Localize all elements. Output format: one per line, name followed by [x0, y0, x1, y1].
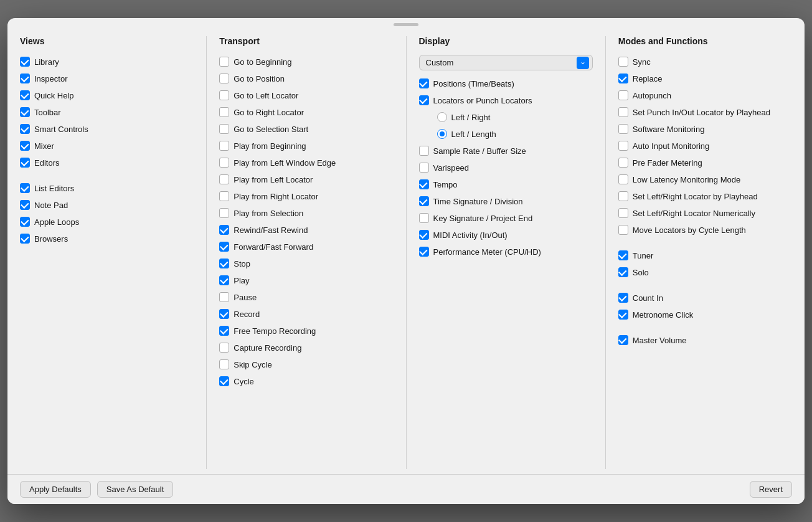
- checkbox-software-monitoring[interactable]: [618, 124, 628, 134]
- radio-left-length[interactable]: [437, 129, 447, 139]
- apply-defaults-button[interactable]: Apply Defaults: [20, 481, 91, 498]
- checkbox-skip-cycle[interactable]: [219, 359, 229, 369]
- checkbox-go-to-selection-start[interactable]: [219, 124, 229, 134]
- label-midi-activity: MIDI Activity (In/Out): [433, 230, 507, 240]
- checkbox-set-leftright-numerically[interactable]: [618, 208, 628, 218]
- label-pause: Pause: [234, 293, 257, 302]
- column-header-views: Views: [20, 36, 194, 46]
- label-left-length: Left / Length: [451, 130, 496, 139]
- checkbox-mixer[interactable]: [20, 141, 30, 151]
- checkbox-set-leftright-playhead[interactable]: [618, 191, 628, 201]
- checkbox-autopunch[interactable]: [618, 90, 628, 100]
- item-pre-fader-metering: Pre Fader Metering: [618, 156, 792, 169]
- checkbox-list-editors[interactable]: [20, 183, 30, 193]
- label-play: Play: [234, 276, 249, 285]
- label-set-leftright-numerically: Set Left/Right Locator Numerically: [633, 209, 755, 218]
- label-inspector: Inspector: [34, 74, 67, 83]
- checkbox-metronome-click[interactable]: [618, 310, 628, 320]
- column-header-transport: Transport: [219, 36, 393, 46]
- checkbox-varispeed[interactable]: [419, 163, 429, 173]
- item-inspector: Inspector: [20, 72, 194, 85]
- radio-left-right[interactable]: [437, 112, 447, 122]
- item-tempo: Tempo: [419, 178, 593, 191]
- checkbox-play-from-right-locator[interactable]: [219, 191, 229, 201]
- item-apple-loops: Apple Loops: [20, 215, 194, 229]
- label-go-to-right-locator: Go to Right Locator: [234, 108, 304, 117]
- item-tuner: Tuner: [618, 249, 792, 262]
- label-cycle: Cycle: [234, 377, 254, 386]
- item-rewind-fast-rewind: Rewind/Fast Rewind: [219, 223, 393, 237]
- checkbox-apple-loops[interactable]: [20, 217, 30, 227]
- checkbox-go-to-right-locator[interactable]: [219, 107, 229, 117]
- checkbox-record[interactable]: [219, 309, 229, 319]
- checkbox-go-to-beginning[interactable]: [219, 57, 229, 67]
- checkbox-master-volume[interactable]: [618, 335, 628, 345]
- label-varispeed: Varispeed: [433, 163, 470, 173]
- item-go-to-right-locator: Go to Right Locator: [219, 105, 393, 119]
- label-replace: Replace: [633, 74, 663, 83]
- display-dropdown[interactable]: CustomDefaultAll: [419, 55, 593, 70]
- label-stop: Stop: [234, 259, 250, 268]
- item-play-from-selection: Play from Selection: [219, 206, 393, 220]
- label-quick-help: Quick Help: [34, 91, 74, 100]
- checkbox-set-punch-inout[interactable]: [618, 107, 628, 117]
- checkbox-capture-recording[interactable]: [219, 343, 229, 353]
- checkbox-tempo[interactable]: [419, 179, 429, 189]
- checkbox-cycle[interactable]: [219, 376, 229, 386]
- checkbox-pre-fader-metering[interactable]: [618, 158, 628, 168]
- checkbox-positions[interactable]: [419, 78, 429, 88]
- checkbox-note-pad[interactable]: [20, 200, 30, 210]
- checkbox-free-tempo-recording[interactable]: [219, 326, 229, 336]
- checkbox-sync[interactable]: [618, 57, 628, 67]
- checkbox-midi-activity[interactable]: [419, 230, 429, 240]
- label-pre-fader-metering: Pre Fader Metering: [633, 158, 702, 168]
- checkbox-rewind-fast-rewind[interactable]: [219, 225, 229, 235]
- checkbox-locators-punch[interactable]: [419, 95, 429, 105]
- label-left-right: Left / Right: [451, 113, 491, 122]
- revert-button[interactable]: Revert: [750, 481, 792, 498]
- checkbox-low-latency[interactable]: [618, 174, 628, 184]
- checkbox-library[interactable]: [20, 57, 30, 67]
- checkbox-editors[interactable]: [20, 158, 30, 168]
- checkbox-go-to-left-locator[interactable]: [219, 90, 229, 100]
- label-software-monitoring: Software Monitoring: [633, 125, 705, 134]
- checkbox-pause[interactable]: [219, 292, 229, 302]
- checkbox-toolbar[interactable]: [20, 107, 30, 117]
- checkbox-go-to-position[interactable]: [219, 74, 229, 83]
- checkbox-key-signature[interactable]: [419, 213, 429, 223]
- checkbox-play-from-beginning[interactable]: [219, 141, 229, 151]
- checkbox-stop[interactable]: [219, 259, 229, 268]
- checkbox-browsers[interactable]: [20, 234, 30, 244]
- checkbox-count-in[interactable]: [618, 293, 628, 303]
- label-sample-rate: Sample Rate / Buffer Size: [433, 146, 526, 156]
- checkbox-tuner[interactable]: [618, 250, 628, 260]
- label-toolbar: Toolbar: [34, 108, 61, 117]
- label-play-from-right-locator: Play from Right Locator: [234, 192, 318, 201]
- item-play-from-right-locator: Play from Right Locator: [219, 189, 393, 203]
- checkbox-move-locators[interactable]: [618, 225, 628, 235]
- label-go-to-beginning: Go to Beginning: [234, 57, 291, 67]
- label-solo: Solo: [633, 268, 649, 277]
- checkbox-time-signature[interactable]: [419, 196, 429, 206]
- checkbox-solo[interactable]: [618, 267, 628, 277]
- checkbox-play-from-left-window[interactable]: [219, 158, 229, 168]
- checkbox-quick-help[interactable]: [20, 90, 30, 100]
- label-note-pad: Note Pad: [34, 201, 68, 210]
- save-as-default-button[interactable]: Save As Default: [97, 481, 174, 498]
- checkbox-auto-input-monitoring[interactable]: [618, 141, 628, 151]
- item-record: Record: [219, 307, 393, 321]
- checkbox-play-from-selection[interactable]: [219, 208, 229, 218]
- item-solo: Solo: [618, 265, 792, 279]
- checkbox-smart-controls[interactable]: [20, 124, 30, 134]
- item-capture-recording: Capture Recording: [219, 341, 393, 354]
- checkbox-forward-fast-forward[interactable]: [219, 242, 229, 252]
- checkbox-replace[interactable]: [618, 74, 628, 83]
- checkbox-play-from-left-locator[interactable]: [219, 174, 229, 184]
- item-left-right: Left / Right: [419, 110, 593, 124]
- checkbox-performance-meter[interactable]: [419, 247, 429, 257]
- checkbox-inspector[interactable]: [20, 74, 30, 83]
- label-play-from-selection: Play from Selection: [234, 209, 303, 218]
- checkbox-play[interactable]: [219, 275, 229, 285]
- checkbox-sample-rate[interactable]: [419, 146, 429, 156]
- item-list-editors: List Editors: [20, 181, 194, 195]
